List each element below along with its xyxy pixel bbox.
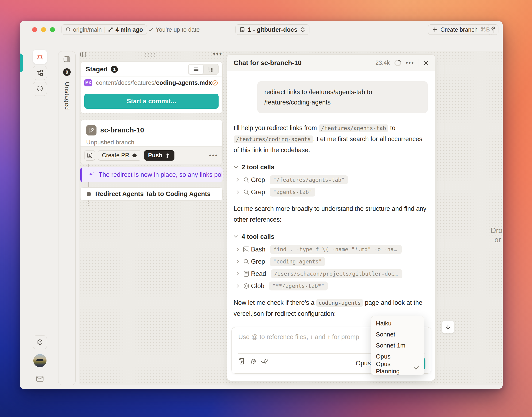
lane-drag-handle[interactable] bbox=[144, 52, 156, 57]
tool-call-row[interactable]: Read/Users/schacon/projects/gitbutler-do… bbox=[234, 268, 428, 280]
tool-group-label: 2 tool calls bbox=[241, 164, 274, 171]
ai-summary-row[interactable]: The redirect is now in place, so any lin… bbox=[80, 167, 223, 182]
token-count: 23.4k bbox=[376, 59, 390, 66]
check-icon bbox=[148, 27, 153, 32]
scroll-to-bottom-button[interactable] bbox=[442, 321, 454, 334]
staged-count-badge: 1 bbox=[111, 66, 118, 73]
unstaged-count-badge: 0 bbox=[63, 68, 71, 76]
model-menu-item[interactable]: Sonnet bbox=[371, 329, 424, 340]
tool-call-row[interactable]: Grep"coding-agents" bbox=[234, 255, 428, 268]
project-name: 1 - gitbutler-docs bbox=[248, 26, 297, 33]
new-commit-button[interactable] bbox=[84, 150, 95, 161]
terminal-icon bbox=[241, 246, 251, 252]
prompt-scroll-icon[interactable] bbox=[238, 358, 245, 365]
tool-name: Grep bbox=[251, 258, 265, 265]
staged-card: Staged 1 MX content/docs/features/coding… bbox=[80, 62, 223, 113]
edge-notification-tab[interactable] bbox=[20, 53, 23, 72]
model-menu-item-label: Opus bbox=[376, 353, 390, 360]
commit-row[interactable]: Redirect Agents Tab to Coding Agents bbox=[80, 187, 223, 200]
tool-group-label: 4 tool calls bbox=[241, 233, 274, 240]
view-toggle bbox=[188, 64, 219, 75]
tool-call-row[interactable]: Glob"**/agents-tab*" bbox=[234, 280, 428, 292]
file-path: content/docs/features/coding-agents.mdx bbox=[96, 79, 212, 86]
window-minimize-button[interactable] bbox=[41, 27, 46, 32]
remote-status-pill[interactable]: origin/main | 4 min ago bbox=[62, 24, 147, 35]
unstaged-panel-collapsed[interactable]: 0 Unstaged bbox=[58, 51, 76, 385]
tool-name: Grep bbox=[251, 176, 265, 184]
chevron-right-icon bbox=[234, 259, 241, 264]
pill-divider: | bbox=[104, 26, 106, 33]
sidebar-history-button[interactable] bbox=[33, 82, 47, 96]
push-button[interactable]: Push bbox=[144, 150, 174, 161]
remote-icon bbox=[65, 27, 71, 32]
message-text: to bbox=[388, 125, 395, 132]
double-check-icon[interactable] bbox=[261, 358, 269, 365]
mail-icon[interactable] bbox=[33, 373, 47, 385]
push-arrow-icon bbox=[165, 153, 170, 158]
model-menu: HaikuSonnetSonnet 1mOpusOpus Planning bbox=[371, 316, 424, 375]
project-selector[interactable]: 1 - gitbutler-docs bbox=[235, 24, 309, 35]
tool-call-row[interactable]: Grep"/features/agents-tab" bbox=[234, 174, 428, 186]
settings-button[interactable] bbox=[33, 335, 47, 349]
message-text: Let me search more broadly to understand… bbox=[234, 205, 426, 223]
unstaged-label: Unstaged bbox=[63, 82, 71, 110]
model-menu-item[interactable]: Haiku bbox=[371, 318, 424, 329]
tool-call-row[interactable]: Bashfind . -type f \( -name "*.md" -o -n… bbox=[234, 243, 428, 255]
create-branch-label: Create branch bbox=[440, 26, 478, 33]
user-message-bubble: redirect links to /features/agents-tab t… bbox=[257, 81, 428, 113]
model-menu-item[interactable]: Sonnet 1m bbox=[371, 340, 424, 351]
search-icon bbox=[241, 189, 251, 195]
sparkle-plus-icon bbox=[490, 27, 496, 33]
create-branch-button[interactable]: Create branch ⌘B bbox=[428, 24, 494, 35]
branch-name[interactable]: sc-branch-10 bbox=[100, 126, 144, 134]
tool-group-header[interactable]: 4 tool calls bbox=[234, 232, 428, 241]
tool-argument-chip: "/features/agents-tab" bbox=[270, 175, 348, 184]
window-zoom-button[interactable] bbox=[50, 27, 55, 32]
gitbutler-logo-button[interactable] bbox=[33, 50, 47, 64]
glob-icon bbox=[241, 283, 251, 289]
sparkle-icon bbox=[88, 171, 95, 178]
tool-argument-chip: find . -type f \( -name "*.md" -o -name … bbox=[270, 245, 402, 254]
lane-divider bbox=[444, 51, 444, 385]
model-menu-item-label: Sonnet bbox=[376, 331, 395, 338]
tool-group-header[interactable]: 2 tool calls bbox=[234, 163, 428, 171]
sync-status: You're up to date bbox=[148, 24, 199, 35]
model-menu-item[interactable]: Opus Planning bbox=[371, 362, 424, 373]
branch-menu-button[interactable]: ••• bbox=[209, 152, 218, 159]
document-icon bbox=[241, 271, 251, 277]
tool-argument-chip: "coding-agents" bbox=[270, 257, 325, 266]
chat-message-list: redirect links to /features/agents-tab t… bbox=[227, 71, 435, 327]
branch-card: sc-branch-10 Unpushed branch Create PR P… bbox=[80, 120, 223, 164]
chat-header: Chat for sc-branch-10 23.4k ••• bbox=[227, 55, 435, 71]
create-pr-button[interactable]: Create PR bbox=[98, 150, 141, 161]
agent-head-icon[interactable] bbox=[250, 358, 257, 365]
lane-menu-button[interactable]: ••• bbox=[213, 50, 223, 58]
collapse-panel-icon[interactable] bbox=[80, 52, 86, 57]
commit-connector-dashed bbox=[89, 200, 89, 207]
message-text: I'll help you redirect links from bbox=[234, 125, 319, 132]
assistant-message: I'll help you redirect links from /featu… bbox=[234, 123, 428, 156]
drop-hint: Dro or bbox=[491, 226, 503, 245]
branches-icon bbox=[37, 70, 43, 76]
create-pr-label: Create PR bbox=[102, 152, 129, 159]
staged-file-row[interactable]: MX content/docs/features/coding-agents.m… bbox=[81, 77, 222, 89]
tool-call-row[interactable]: Grep"agents-tab" bbox=[234, 186, 428, 198]
start-commit-button[interactable]: Start a commit... bbox=[84, 94, 219, 109]
history-icon bbox=[36, 85, 43, 92]
list-view-button[interactable] bbox=[189, 64, 203, 74]
chevron-right-icon bbox=[234, 177, 241, 182]
avatar[interactable] bbox=[33, 354, 46, 367]
ai-actions-button[interactable] bbox=[488, 24, 498, 35]
sidebar-branches-button[interactable] bbox=[33, 66, 47, 80]
desktop-wallpaper: origin/main | 4 min ago You're up to dat… bbox=[0, 0, 532, 417]
close-icon[interactable] bbox=[423, 60, 429, 66]
tree-view-button[interactable] bbox=[203, 64, 218, 74]
project-icon bbox=[240, 27, 245, 32]
ai-summary-text: The redirect is now in place, so any lin… bbox=[99, 171, 223, 178]
panel-toggle-icon[interactable] bbox=[63, 56, 70, 62]
window-close-button[interactable] bbox=[32, 27, 37, 32]
drop-hint-line1: Dro bbox=[491, 226, 503, 235]
chat-menu-button[interactable]: ••• bbox=[406, 59, 414, 66]
modified-status-icon bbox=[212, 80, 218, 86]
tool-call-group: 2 tool callsGrep"/features/agents-tab"Gr… bbox=[234, 163, 428, 203]
